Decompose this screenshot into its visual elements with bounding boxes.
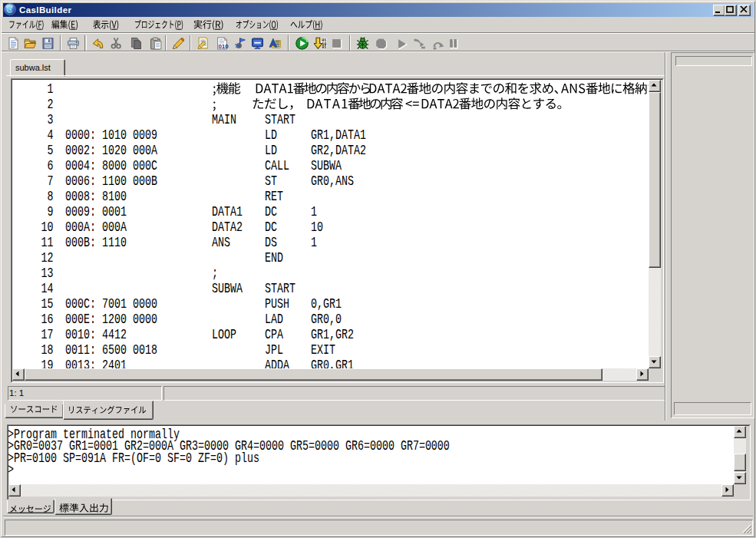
svg-text:010: 010 — [218, 43, 229, 50]
svg-text:01: 01 — [322, 45, 326, 50]
